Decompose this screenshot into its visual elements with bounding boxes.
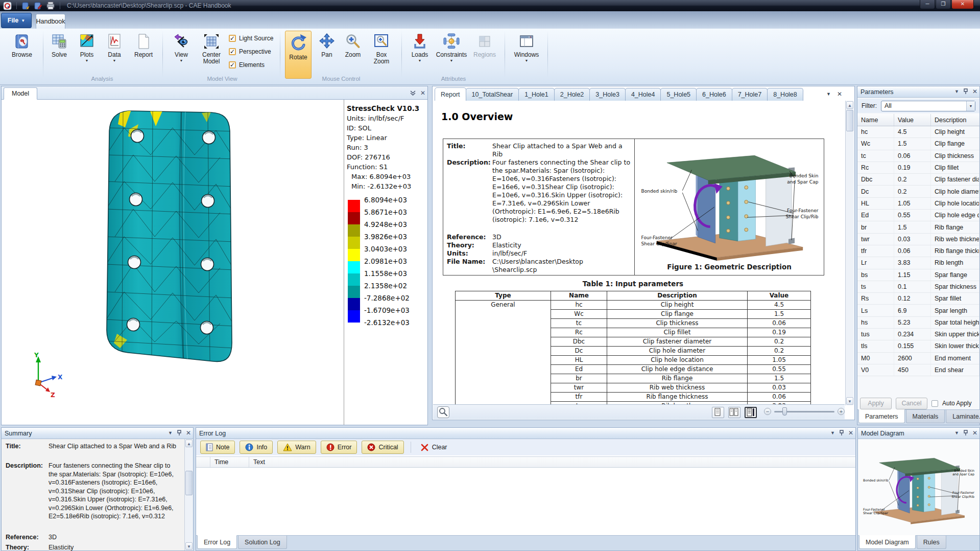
parameter-row[interactable]: bs 1.15 Spar flange: [857, 269, 979, 281]
param-value[interactable]: 450: [894, 364, 931, 376]
diagram-tab[interactable]: Model Diagram: [859, 535, 916, 549]
parameter-row[interactable]: twr 0.03 Rib web thickness: [857, 234, 979, 245]
scroll-down-arrow[interactable]: ▼: [185, 542, 193, 550]
panel-menu-icon[interactable]: ▼: [830, 429, 835, 437]
param-value[interactable]: 0.12: [894, 293, 931, 304]
checkbox-checked-icon[interactable]: ✓: [229, 48, 236, 55]
report-vertical-scrollbar[interactable]: ▲ ▼: [845, 101, 854, 405]
chevron-down-icon[interactable]: ▼: [966, 101, 975, 111]
apply-button[interactable]: Apply: [860, 398, 892, 409]
parameter-row[interactable]: V0 450 End shear: [857, 364, 979, 376]
close-icon[interactable]: ✕: [186, 429, 191, 437]
param-col-value[interactable]: Value: [894, 114, 931, 126]
info-filter-button[interactable]: Info: [240, 441, 273, 454]
model-diagram-header[interactable]: Model Diagram ▼ ✕: [858, 428, 979, 439]
scroll-thumb[interactable]: [846, 110, 853, 131]
scroll-thumb[interactable]: [185, 471, 193, 495]
note-filter-button[interactable]: Note: [200, 441, 235, 454]
file-menu-button[interactable]: File▼: [1, 13, 32, 28]
filter-combobox[interactable]: All ▼: [881, 101, 975, 111]
report-tab[interactable]: Report: [435, 87, 466, 101]
tab-handbook[interactable]: Handbook: [36, 14, 65, 29]
param-value[interactable]: 3.83: [894, 257, 931, 268]
scroll-down-arrow[interactable]: ▼: [846, 397, 853, 405]
report-tab[interactable]: 8_Hole8: [767, 88, 803, 101]
report-tab[interactable]: 5_Hole5: [660, 88, 697, 101]
view-option-row[interactable]: ✓ Perspective: [229, 45, 273, 58]
collapse-icon[interactable]: [410, 90, 416, 96]
report-tab[interactable]: 7_Hole7: [732, 88, 768, 101]
error-filter-button[interactable]: Error: [321, 441, 357, 454]
close-icon[interactable]: ✕: [848, 429, 853, 437]
auto-apply-checkbox[interactable]: [931, 400, 938, 407]
open-file-icon[interactable]: [21, 2, 31, 10]
continuous-view-button[interactable]: [745, 407, 757, 418]
pin-icon[interactable]: [177, 430, 182, 436]
parameter-row[interactable]: Rs 0.12 Spar fillet: [857, 293, 979, 305]
param-value[interactable]: 1.05: [894, 198, 931, 209]
pin-icon[interactable]: [963, 88, 968, 95]
box-zoom-button[interactable]: Box Zoom: [368, 31, 395, 80]
rotate-button[interactable]: Rotate: [285, 31, 312, 79]
maximize-button[interactable]: ❐: [936, 0, 951, 9]
summary-scrollbar[interactable]: ▲ ▼: [184, 439, 193, 550]
panel-menu-icon[interactable]: ▼: [954, 429, 959, 437]
report-search-button[interactable]: [437, 406, 449, 418]
edit-file-icon[interactable]: [34, 2, 43, 10]
param-value[interactable]: 0.234: [894, 329, 931, 340]
param-value[interactable]: 0.2: [894, 174, 931, 185]
view-option-row[interactable]: ✓ Elements: [229, 58, 273, 72]
browse-button[interactable]: Browse: [6, 31, 38, 80]
pin-icon[interactable]: [839, 430, 844, 436]
parameter-row[interactable]: tfr 0.06 Rib flange thickness: [857, 245, 979, 257]
panel-tab[interactable]: Laminate...: [946, 410, 980, 423]
close-icon[interactable]: ✕: [420, 89, 425, 97]
pin-icon[interactable]: [963, 430, 968, 436]
param-value[interactable]: 4.5: [894, 126, 931, 137]
parameter-row[interactable]: br 1.5 Rib flange: [857, 221, 979, 233]
param-value[interactable]: 0.03: [894, 234, 931, 245]
parameter-row[interactable]: Dbc 0.2 Clip fastener diameter: [857, 174, 979, 186]
windows-button[interactable]: Windows ▼: [512, 31, 541, 80]
parameters-panel-header[interactable]: Parameters ▼ ✕: [857, 86, 979, 98]
critical-filter-button[interactable]: Critical: [362, 441, 403, 454]
panel-menu-icon[interactable]: ▼: [954, 88, 959, 95]
parameter-row[interactable]: Wc 1.5 Clip flange: [857, 138, 979, 150]
error-log-header[interactable]: Error Log ▼ ✕: [196, 428, 855, 439]
two-page-view-button[interactable]: [728, 407, 740, 418]
report-tab[interactable]: 6_Hole6: [696, 88, 732, 101]
panel-tab[interactable]: Parameters: [858, 409, 905, 423]
parameter-row[interactable]: Dc 0.2 Clip hole diameter: [857, 186, 979, 197]
log-tab[interactable]: Error Log: [197, 535, 237, 549]
report-document[interactable]: 1.0 Overview Title: Shear Clip attached …: [433, 101, 845, 405]
parameter-row[interactable]: ts 0.1 Spar thickness: [857, 281, 979, 293]
diagram-tab[interactable]: Rules: [917, 536, 946, 549]
checkbox-checked-icon[interactable]: ✓: [229, 35, 236, 42]
param-value[interactable]: 6.9: [894, 305, 931, 316]
pan-button[interactable]: Pan: [316, 31, 338, 80]
close-icon[interactable]: ✕: [972, 88, 977, 95]
zoom-in-button[interactable]: +: [838, 408, 845, 415]
constraints-button[interactable]: Constraints ▼: [435, 31, 468, 80]
single-page-view-button[interactable]: [712, 407, 724, 418]
param-value[interactable]: 0.19: [894, 162, 931, 173]
plots-button[interactable]: Plots ▼: [75, 31, 99, 80]
param-col-desc[interactable]: Description: [931, 114, 979, 126]
param-value[interactable]: 0.06: [894, 150, 931, 162]
param-value[interactable]: 0.1: [894, 281, 931, 292]
log-tab[interactable]: Solution Log: [238, 536, 287, 549]
parameter-row[interactable]: hc 4.5 Clip height: [857, 126, 979, 138]
close-icon[interactable]: ✕: [972, 429, 977, 437]
parameter-row[interactable]: Rc 0.19 Clip fillet: [857, 162, 979, 174]
print-icon[interactable]: [46, 2, 55, 10]
summary-panel-header[interactable]: Summary ▼ ✕: [2, 428, 193, 439]
param-value[interactable]: 1.5: [894, 138, 931, 149]
view-button[interactable]: View ▼: [169, 31, 194, 80]
report-tab[interactable]: 2_Hole2: [554, 88, 590, 101]
checkbox-checked-icon[interactable]: ✓: [229, 61, 236, 68]
close-tab-icon[interactable]: ✕: [837, 90, 842, 98]
parameter-row[interactable]: Ls 6.9 Spar length: [857, 305, 979, 316]
tab-model[interactable]: Model: [4, 87, 37, 100]
cancel-button[interactable]: Cancel: [896, 398, 927, 409]
report-button[interactable]: Report: [130, 31, 157, 80]
